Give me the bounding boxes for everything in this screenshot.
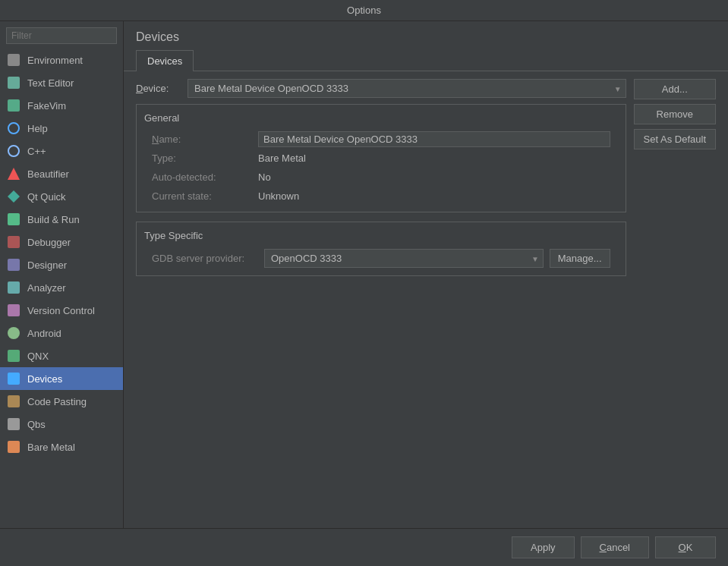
type-label: Type: <box>152 150 258 166</box>
sidebar-label: C++ <box>27 146 46 157</box>
gdb-select-wrap: OpenOCD 3333 ▼ <box>264 249 544 268</box>
device-select-wrap: Bare Metal Device OpenOCD 3333 ▼ <box>188 79 626 98</box>
qbs-icon <box>6 417 21 432</box>
sidebar-item-code-pasting[interactable]: Code Pasting <box>0 390 123 413</box>
remove-button[interactable]: Remove <box>634 104 716 124</box>
text-icon <box>6 75 21 90</box>
sidebar-item-fakevim[interactable]: FakeVim <box>0 94 123 117</box>
sidebar-item-environment[interactable]: Environment <box>0 49 123 71</box>
sidebar-label: Qt Quick <box>27 191 66 203</box>
sidebar-label: Help <box>27 123 48 134</box>
sidebar-label: Environment <box>27 55 83 66</box>
sidebar-label: FakeVim <box>27 100 66 112</box>
sidebar-item-designer[interactable]: Designer <box>0 253 123 276</box>
sidebar-label: Devices <box>27 373 62 385</box>
sidebar-label: Build & Run <box>27 214 80 225</box>
current-state-value: Unknown <box>258 188 610 204</box>
name-label: Name: <box>152 131 258 147</box>
auto-detected-label: Auto-detected: <box>152 169 258 185</box>
sidebar-label: Beautifier <box>27 168 69 180</box>
sidebar-item-cpp[interactable]: C++ <box>0 140 123 162</box>
sidebar-label: Bare Metal <box>27 442 75 453</box>
env-icon <box>6 52 21 68</box>
general-title: General <box>144 112 618 124</box>
cancel-label: ancel <box>607 542 630 553</box>
sidebar-label: QNX <box>27 351 49 362</box>
gdb-server-select[interactable]: OpenOCD 3333 <box>264 249 544 268</box>
device-select[interactable]: Bare Metal Device OpenOCD 3333 <box>188 79 626 98</box>
qnx-icon <box>6 348 21 363</box>
android-icon <box>6 325 21 341</box>
sidebar-item-version-control[interactable]: Version Control <box>0 299 123 322</box>
sidebar-label: Debugger <box>27 237 71 248</box>
sidebar-item-help[interactable]: Help <box>0 117 123 140</box>
footer: Apply Cancel OK <box>0 528 728 566</box>
ok-label: K <box>686 542 693 553</box>
ok-button[interactable]: OK <box>655 536 716 558</box>
action-buttons: Add... Remove Set As Default <box>634 79 716 520</box>
device-label: Device: <box>136 83 181 94</box>
type-specific-box: Type Specific GDB server provider: OpenO… <box>136 222 626 276</box>
build-icon <box>6 212 21 227</box>
sidebar-list: Environment Text Editor FakeVim Help C++… <box>0 49 123 528</box>
manage-button[interactable]: Manage... <box>550 249 610 268</box>
general-box: General Name: Type: Bare Metal Auto-dete… <box>136 104 626 212</box>
vc-icon <box>6 303 21 318</box>
add-button[interactable]: Add... <box>634 79 716 99</box>
sidebar-label: Android <box>27 328 61 339</box>
apply-button[interactable]: Apply <box>512 536 575 558</box>
set-default-button[interactable]: Set As Default <box>634 129 716 149</box>
sidebar-label: Analyzer <box>27 282 66 294</box>
cancel-button[interactable]: Cancel <box>581 536 649 558</box>
content-body: Device: Bare Metal Device OpenOCD 3333 ▼… <box>124 71 728 528</box>
sidebar-label: Version Control <box>27 305 95 316</box>
gdb-label: GDB server provider: <box>152 253 258 264</box>
sidebar-item-beautifier[interactable]: Beautifier <box>0 162 123 185</box>
current-state-label: Current state: <box>152 188 258 204</box>
window-title: Options <box>347 5 381 16</box>
title-bar: Options <box>0 0 728 21</box>
device-row: Device: Bare Metal Device OpenOCD 3333 ▼ <box>136 79 626 98</box>
filter-box <box>0 21 123 49</box>
help-icon <box>6 121 21 136</box>
devices-icon <box>6 371 21 386</box>
gdb-row: GDB server provider: OpenOCD 3333 ▼ Mana… <box>144 249 618 268</box>
sidebar-item-qnx[interactable]: QNX <box>0 344 123 367</box>
sidebar-item-debugger[interactable]: Debugger <box>0 231 123 253</box>
type-value: Bare Metal <box>258 150 610 166</box>
beautifier-icon <box>6 166 21 181</box>
analyzer-icon <box>6 280 21 295</box>
info-table: Name: Type: Bare Metal Auto-detected: No… <box>144 131 618 204</box>
sidebar-item-text-editor[interactable]: Text Editor <box>0 71 123 94</box>
cpp-icon <box>6 143 21 159</box>
tab-devices[interactable]: Devices <box>136 50 194 71</box>
bare-icon <box>6 439 21 454</box>
sidebar-item-bare-metal[interactable]: Bare Metal <box>0 436 123 458</box>
sidebar-item-devices[interactable]: Devices <box>0 367 123 390</box>
type-specific-title: Type Specific <box>144 230 618 241</box>
designer-icon <box>6 257 21 272</box>
auto-detected-value: No <box>258 169 610 185</box>
code-icon <box>6 394 21 409</box>
sidebar-item-build-run[interactable]: Build & Run <box>0 208 123 231</box>
sidebar-label: Qbs <box>27 419 46 430</box>
page-title: Devices <box>124 21 728 50</box>
sidebar-label: Code Pasting <box>27 396 87 407</box>
name-input[interactable] <box>258 131 610 147</box>
filter-input[interactable] <box>6 27 117 44</box>
debug-icon <box>6 234 21 250</box>
vim-icon <box>6 98 21 113</box>
content-area: Devices Devices Device: Bare Metal Devic… <box>124 21 728 528</box>
sidebar-label: Designer <box>27 259 67 271</box>
sidebar: Environment Text Editor FakeVim Help C++… <box>0 21 124 528</box>
tab-bar: Devices <box>124 50 728 71</box>
sidebar-item-qt-quick[interactable]: Qt Quick <box>0 185 123 208</box>
qt-icon <box>6 189 21 204</box>
sidebar-label: Text Editor <box>27 77 74 89</box>
device-panel: Device: Bare Metal Device OpenOCD 3333 ▼… <box>136 79 626 520</box>
sidebar-item-android[interactable]: Android <box>0 322 123 344</box>
sidebar-item-qbs[interactable]: Qbs <box>0 413 123 436</box>
sidebar-item-analyzer[interactable]: Analyzer <box>0 276 123 299</box>
